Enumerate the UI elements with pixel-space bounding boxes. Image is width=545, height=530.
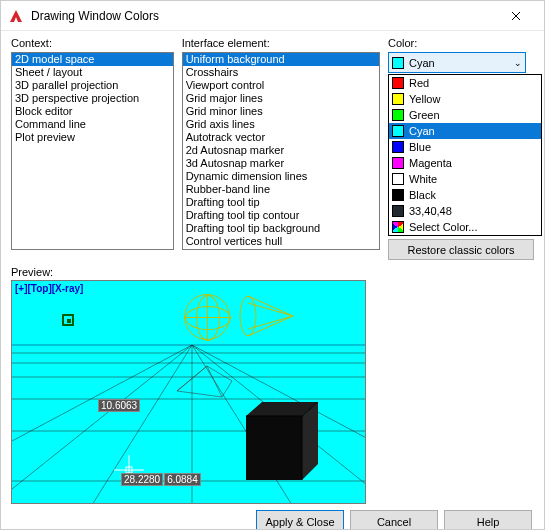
interface-item[interactable]: Grid axis lines [183, 118, 379, 131]
svg-line-18 [248, 316, 293, 329]
color-option[interactable]: Blue [389, 139, 541, 155]
preview-badge: [+][Top][X-ray] [15, 283, 83, 294]
svg-point-14 [240, 296, 256, 336]
interface-item[interactable]: Grid major lines [183, 92, 379, 105]
color-swatch-icon [392, 77, 404, 89]
color-swatch-icon [392, 205, 404, 217]
interface-item[interactable]: 3d Autosnap marker [183, 157, 379, 170]
color-option-label: Black [409, 189, 436, 201]
close-button[interactable] [496, 2, 536, 30]
preview-label: Preview: [11, 266, 534, 278]
interface-item[interactable]: 2d Autosnap marker [183, 144, 379, 157]
context-item[interactable]: 2D model space [12, 53, 173, 66]
preview-viewport: [+][Top][X-ray] 10.6063 2 [11, 280, 366, 504]
interface-item[interactable]: Viewport control [183, 79, 379, 92]
color-option-label: Select Color... [409, 221, 477, 233]
color-option-label: Yellow [409, 93, 440, 105]
context-item[interactable]: Command line [12, 118, 173, 131]
wire-pyramid [172, 361, 242, 401]
interface-item[interactable]: Drafting tool tip contour [183, 209, 379, 222]
interface-item[interactable]: Drafting tool tip background [183, 222, 379, 235]
interface-item[interactable]: Rubber-band line [183, 183, 379, 196]
interface-item[interactable]: Uniform background [183, 53, 379, 66]
context-item[interactable]: Plot preview [12, 131, 173, 144]
color-option[interactable]: Select Color... [389, 219, 541, 235]
apply-close-button[interactable]: Apply & Close [256, 510, 344, 530]
interface-item[interactable]: Autotrack vector [183, 131, 379, 144]
interface-item[interactable]: Control vertices hull [183, 235, 379, 248]
color-option[interactable]: Magenta [389, 155, 541, 171]
color-swatch-icon [392, 189, 404, 201]
svg-line-17 [248, 303, 293, 316]
interface-item[interactable]: Drafting tool tip [183, 196, 379, 209]
interface-listbox[interactable]: Uniform backgroundCrosshairsViewport con… [182, 52, 380, 250]
dimension-readout-1: 10.6063 [98, 399, 140, 412]
color-option-label: 33,40,48 [409, 205, 452, 217]
color-dropdown[interactable]: Cyan ⌄ RedYellowGreenCyanBlueMagentaWhit… [388, 52, 526, 73]
wire-cone [238, 293, 296, 339]
window-title: Drawing Window Colors [31, 9, 496, 23]
color-swatch-icon [392, 173, 404, 185]
selected-color-swatch [392, 57, 404, 69]
color-option-label: Red [409, 77, 429, 89]
color-option[interactable]: Cyan [389, 123, 541, 139]
interface-item[interactable]: Crosshairs [183, 66, 379, 79]
color-option[interactable]: 33,40,48 [389, 203, 541, 219]
selected-color-name: Cyan [409, 57, 435, 69]
solid-cube [246, 402, 332, 480]
context-item[interactable]: Sheet / layout [12, 66, 173, 79]
color-swatch-icon [392, 157, 404, 169]
color-label: Color: [388, 37, 534, 49]
color-swatch-icon [392, 141, 404, 153]
color-swatch-icon [392, 125, 404, 137]
restore-classic-button[interactable]: Restore classic colors [388, 239, 534, 260]
interface-item[interactable]: Dynamic dimension lines [183, 170, 379, 183]
interface-label: Interface element: [182, 37, 380, 49]
interface-item[interactable]: Grid minor lines [183, 105, 379, 118]
color-swatch-icon [392, 109, 404, 121]
color-swatch-icon [392, 93, 404, 105]
close-icon [511, 11, 521, 21]
autocad-icon [7, 7, 25, 25]
context-item[interactable]: 3D parallel projection [12, 79, 173, 92]
anchor-icon [62, 314, 74, 326]
color-swatch-icon [392, 221, 404, 233]
context-item[interactable]: 3D perspective projection [12, 92, 173, 105]
cancel-button[interactable]: Cancel [350, 510, 438, 530]
color-option[interactable]: White [389, 171, 541, 187]
dialog-button-row: Apply & Close Cancel Help [11, 510, 534, 530]
color-dropdown-panel: RedYellowGreenCyanBlueMagentaWhiteBlack3… [388, 74, 542, 236]
dimension-readout-2: 28.2280 6.0884 [121, 473, 201, 486]
color-option[interactable]: Red [389, 75, 541, 91]
context-label: Context: [11, 37, 174, 49]
titlebar: Drawing Window Colors [1, 1, 544, 31]
color-option-label: Cyan [409, 125, 435, 137]
color-option[interactable]: Black [389, 187, 541, 203]
color-option[interactable]: Green [389, 107, 541, 123]
color-dropdown-button[interactable]: Cyan ⌄ [388, 52, 526, 73]
help-button[interactable]: Help [444, 510, 532, 530]
color-option-label: Blue [409, 141, 431, 153]
color-option-label: White [409, 173, 437, 185]
context-listbox[interactable]: 2D model spaceSheet / layout3D parallel … [11, 52, 174, 250]
color-option[interactable]: Yellow [389, 91, 541, 107]
color-option-label: Magenta [409, 157, 452, 169]
context-item[interactable]: Block editor [12, 105, 173, 118]
chevron-down-icon: ⌄ [514, 58, 522, 68]
svg-marker-20 [246, 416, 302, 480]
wire-sphere [184, 294, 230, 340]
color-option-label: Green [409, 109, 440, 121]
